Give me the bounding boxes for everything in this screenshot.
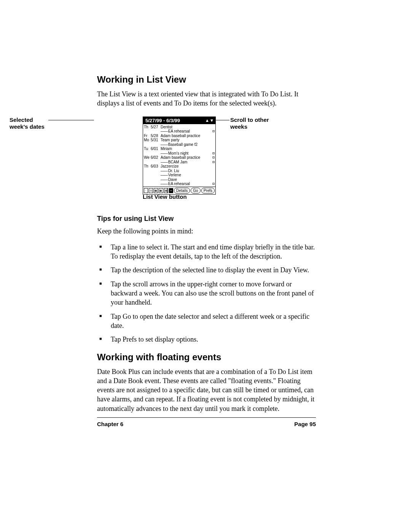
tips-list: Tap a line to select it. The start and e… bbox=[97, 243, 316, 344]
callout-selected-dates: Selected week's dates bbox=[10, 117, 48, 131]
tip-item: Tap the scroll arrows in the upper-right… bbox=[97, 280, 316, 307]
list-item[interactable]: BCAM Jam◘ bbox=[144, 160, 215, 165]
view-day-icon[interactable]: · bbox=[144, 188, 148, 193]
tip-item: Tap Prefs to set display options. bbox=[97, 335, 316, 344]
list-item[interactable]: EA rehearsal◘ bbox=[144, 129, 215, 134]
device-toolbar: · ⊟ ▦ ▦ ▤ ≡ Details Go Prefs bbox=[143, 187, 215, 194]
go-button[interactable]: Go bbox=[191, 188, 200, 193]
footer-page: Page 95 bbox=[294, 421, 316, 427]
list-item[interactable]: Dave bbox=[144, 177, 215, 182]
list-item[interactable]: Dr. Liu bbox=[144, 169, 215, 173]
heading-list-view: Working in List View bbox=[97, 74, 316, 85]
list-item[interactable]: Th6/03Jazzercize bbox=[144, 164, 215, 169]
scroll-arrows[interactable]: ▲ ▼ bbox=[205, 118, 213, 123]
tip-item: Tap Go to open the date selector and sel… bbox=[97, 312, 316, 331]
view-month-icon[interactable]: ▦ bbox=[154, 188, 158, 193]
event-list[interactable]: Th5/27DentistEA rehearsal◘Fr5/28Adam bas… bbox=[143, 124, 215, 187]
list-item[interactable]: Tu6/01Miriam bbox=[144, 147, 215, 151]
list-item[interactable]: Mom's night◘ bbox=[144, 151, 215, 156]
heading-floating-events: Working with floating events bbox=[97, 352, 316, 363]
figure-list-view: Selected week's dates Scroll to other we… bbox=[97, 117, 316, 204]
para-floating-events: Date Book Plus can include events that a… bbox=[97, 367, 316, 413]
footer-chapter: Chapter 6 bbox=[97, 421, 123, 427]
view-list-icon[interactable]: ≡ bbox=[169, 188, 173, 193]
palm-device-screen: 5/27/99 - 6/3/99 ▲ ▼ Th5/27DentistEA reh… bbox=[143, 117, 216, 195]
callout-line-right bbox=[215, 120, 229, 120]
tip-item: Tap the description of the selected line… bbox=[97, 265, 316, 275]
heading-tips: Tips for using List View bbox=[97, 215, 316, 223]
page-footer: Chapter 6 Page 95 bbox=[97, 417, 316, 427]
list-item[interactable]: EA rehearsal◘ bbox=[144, 182, 215, 186]
list-item[interactable]: Baseball game f2 bbox=[144, 142, 215, 147]
para-list-view-intro: The List View is a text oriented view th… bbox=[97, 89, 316, 108]
arrow-up-icon[interactable]: ▲ bbox=[205, 118, 209, 123]
caption-list-view-button: List View button bbox=[143, 193, 187, 200]
list-item[interactable]: Verlene bbox=[144, 173, 215, 177]
callout-scroll-weeks: Scroll to other weeks bbox=[230, 117, 284, 131]
list-item[interactable]: Th5/27Dentist bbox=[144, 125, 215, 129]
callout-line-left bbox=[48, 120, 94, 120]
list-item[interactable]: Fr5/28Adam baseball practice bbox=[144, 134, 215, 138]
para-tips-intro: Keep the following points in mind: bbox=[97, 227, 316, 236]
tip-item: Tap a line to select it. The start and e… bbox=[97, 243, 316, 261]
view-week-icon[interactable]: ⊟ bbox=[149, 188, 153, 193]
device-title-bar: 5/27/99 - 6/3/99 ▲ ▼ bbox=[143, 117, 215, 124]
details-button[interactable]: Details bbox=[174, 188, 190, 193]
view-year-icon[interactable]: ▦ bbox=[159, 188, 163, 193]
document-page: Working in List View The List View is a … bbox=[0, 0, 411, 532]
date-range-label: 5/27/99 - 6/3/99 bbox=[145, 118, 180, 123]
caption-pointer-line bbox=[167, 188, 167, 193]
list-item[interactable]: Mo5/31Team party bbox=[144, 138, 215, 142]
arrow-down-icon[interactable]: ▼ bbox=[210, 118, 213, 123]
prefs-button[interactable]: Prefs bbox=[201, 188, 215, 193]
list-item[interactable]: We6/02Adam baseball practice◘ bbox=[144, 155, 215, 160]
